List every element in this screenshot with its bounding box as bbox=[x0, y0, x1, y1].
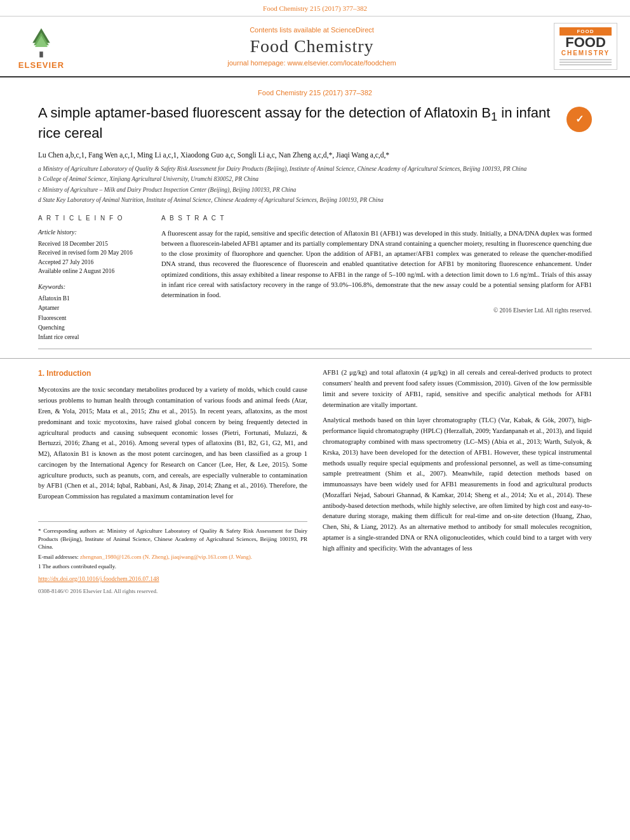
badge-food-text: FOOD bbox=[565, 36, 606, 50]
article-info-panel: A R T I C L E I N F O Article history: R… bbox=[38, 213, 146, 342]
body-col-left: 1. Introduction Mycotoxins are the toxic… bbox=[38, 368, 307, 596]
accepted-date: Accepted 27 July 2016 bbox=[38, 258, 146, 267]
intro-para1: Mycotoxins are the toxic secondary metab… bbox=[38, 385, 307, 502]
keyword-aflatoxin: Aflatoxin B1 bbox=[38, 294, 146, 303]
footnote-block: * Corresponding authors at: Ministry of … bbox=[38, 521, 307, 596]
food-chemistry-badge: FOOD FOOD CHEMISTRY bbox=[554, 23, 617, 70]
keywords-label: Keywords: bbox=[38, 282, 146, 292]
fn-email-label: E-mail addresses: bbox=[38, 554, 79, 560]
elsevier-logo: ELSEVIER bbox=[13, 23, 70, 70]
abstract-panel: A B S T R A C T A fluorescent assay for … bbox=[161, 213, 592, 342]
intro-heading: 1. Introduction bbox=[38, 368, 307, 380]
received-date: Received 18 December 2015 bbox=[38, 239, 146, 248]
article-info-heading: A R T I C L E I N F O bbox=[38, 213, 146, 223]
article-citation: Food Chemistry 215 (2017) 377–382 bbox=[38, 89, 592, 97]
keyword-quenching: Quenching bbox=[38, 323, 146, 333]
abstract-heading: A B S T R A C T bbox=[161, 213, 592, 223]
affiliations: a Ministry of Agriculture Laboratory of … bbox=[38, 164, 592, 204]
fn-contrib: 1 The authors contributed equally. bbox=[38, 563, 307, 571]
journal-title-section: Contents lists available at ScienceDirec… bbox=[80, 23, 544, 70]
crossmark-icon: ✓ bbox=[575, 113, 584, 126]
keyword-fluorescent: Fluorescent bbox=[38, 314, 146, 323]
affiliation-c: c Ministry of Agriculture – Milk and Dai… bbox=[38, 185, 592, 194]
doi-link[interactable]: http://dx.doi.org/10.1016/j.foodchem.201… bbox=[38, 575, 307, 584]
intro-para3: Analytical methods based on thin layer c… bbox=[323, 415, 592, 554]
fn-email: E-mail addresses: zhengnan_1980@126.com … bbox=[38, 553, 307, 561]
article-info-abstract: A R T I C L E I N F O Article history: R… bbox=[38, 213, 592, 349]
badge-chemistry-text: CHEMISTRY bbox=[561, 50, 610, 57]
received-revised-date: Received in revised form 20 May 2016 bbox=[38, 248, 146, 257]
body-col-right: AFB1 (2 μg/kg) and total aflatoxin (4 μg… bbox=[323, 368, 592, 596]
scidir-link-text: ScienceDirect bbox=[331, 26, 374, 34]
affiliation-d: d State Key Laboratory of Animal Nutriti… bbox=[38, 196, 592, 204]
article-title-text: A simple aptamer-based fluorescent assay… bbox=[38, 105, 491, 121]
citation-link[interactable]: Food Chemistry 215 (2017) 377–382 bbox=[263, 4, 367, 12]
affiliation-a: a Ministry of Agriculture Laboratory of … bbox=[38, 164, 592, 173]
affiliation-b: b College of Animal Science, Xinjiang Ag… bbox=[38, 175, 592, 183]
available-date: Available online 2 August 2016 bbox=[38, 267, 146, 276]
crossmark-badge[interactable]: ✓ bbox=[566, 107, 592, 132]
journal-homepage: journal homepage: www.elsevier.com/locat… bbox=[227, 59, 396, 67]
copyright-line: © 2016 Elsevier Ltd. All rights reserved… bbox=[161, 306, 592, 316]
issn-line: 0308-8146/© 2016 Elsevier Ltd. All right… bbox=[38, 587, 307, 596]
journal-name: Food Chemistry bbox=[250, 36, 373, 57]
authors-line: Lu Chen a,b,c,1, Fang Wen a,c,1, Ming Li… bbox=[38, 149, 592, 161]
elsevier-wordmark: ELSEVIER bbox=[18, 60, 64, 70]
scidir-line: Contents lists available at ScienceDirec… bbox=[250, 26, 374, 34]
svg-rect-0 bbox=[39, 51, 43, 57]
fn-corresponding: * Corresponding authors at: Ministry of … bbox=[38, 527, 307, 551]
article-section: Food Chemistry 215 (2017) 377–382 A simp… bbox=[0, 77, 630, 349]
journal-header: ELSEVIER Contents lists available at Sci… bbox=[0, 17, 630, 77]
divider bbox=[0, 358, 630, 359]
keyword-infant-rice-cereal: Infant rice cereal bbox=[38, 333, 146, 342]
body-section: 1. Introduction Mycotoxins are the toxic… bbox=[0, 368, 630, 609]
keyword-aptamer: Aptamer bbox=[38, 303, 146, 313]
fn-email-addresses: zhengnan_1980@126.com (N. Zheng), jiaqiw… bbox=[80, 554, 252, 560]
title-subscript: 1 bbox=[491, 110, 497, 123]
abstract-text: A fluorescent assay for the rapid, sensi… bbox=[161, 229, 592, 301]
badge-decorative-lines bbox=[560, 59, 612, 65]
intro-para2: AFB1 (2 μg/kg) and total aflatoxin (4 μg… bbox=[323, 368, 592, 410]
history-label: Article history: bbox=[38, 227, 146, 237]
top-bar: Food Chemistry 215 (2017) 377–382 bbox=[0, 0, 630, 17]
article-title: A simple aptamer-based fluorescent assay… bbox=[38, 104, 592, 143]
